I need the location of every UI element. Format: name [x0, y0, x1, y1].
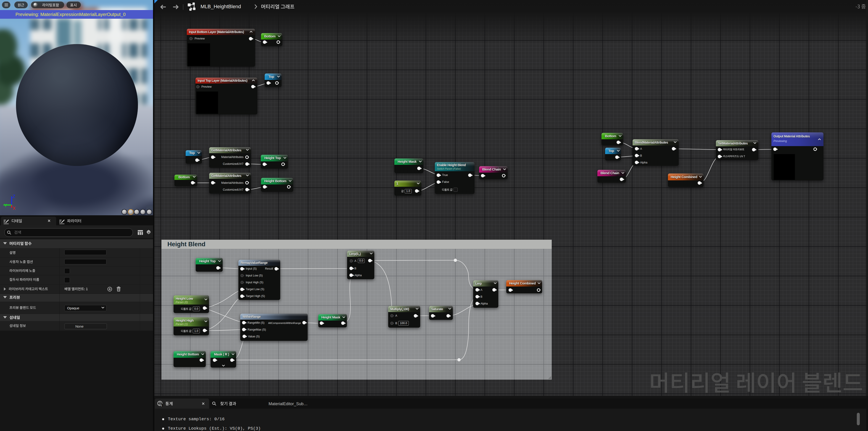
svg-text:Z: Z	[12, 194, 15, 199]
svg-text:i: i	[161, 404, 162, 406]
svg-text:X: X	[12, 206, 16, 211]
svg-text:Y: Y	[4, 203, 7, 208]
